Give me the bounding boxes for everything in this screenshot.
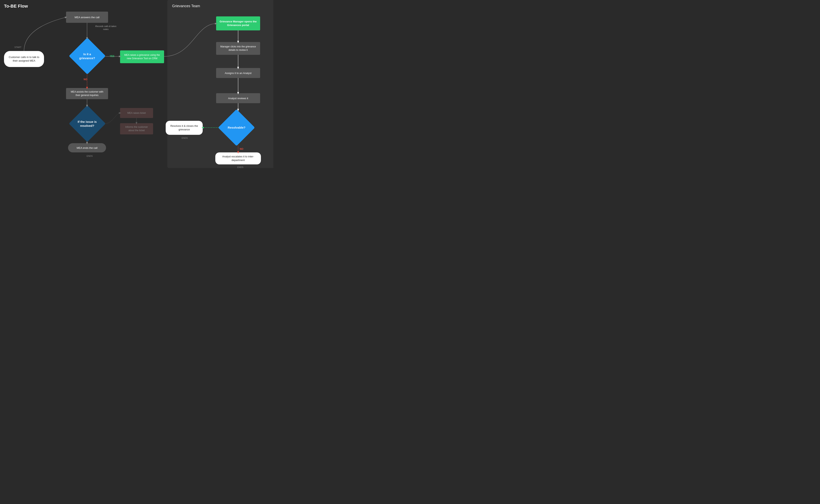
yes-label-grievance: YES [110, 55, 114, 58]
mea-assists-box: MEA assists the customer with their gene… [66, 88, 108, 99]
if-resolved-label: If the issue is resolved? [74, 118, 100, 129]
analyst-reviews-box: Analyst reviews it [216, 93, 260, 103]
customer-call-box: Customer calls in to talk to their assig… [4, 51, 44, 67]
if-resolved-diamond: If the issue is resolved? [69, 105, 106, 142]
is-grievance-diamond-wrap: Is it a grievance? [69, 38, 105, 74]
resolves-closes-box: Resolves it & closes the grievance [166, 121, 203, 135]
ends-label-3: ENDS [231, 166, 249, 168]
mea-answers-box: MEA answers the call [66, 12, 108, 23]
resolvable-label: Resolvable? [226, 124, 247, 131]
is-grievance-label: Is it a grievance? [74, 51, 100, 62]
records-notes-label: Records calls & takes notes [95, 25, 117, 31]
mea-raises-grievance-box: MEA raises a grievance using the new Gri… [120, 50, 164, 63]
is-grievance-diamond: Is it a grievance? [69, 38, 106, 74]
mea-raises-ticket-box: MEA raises ticket [120, 108, 153, 118]
mea-ends-call-box: MEA ends the call [68, 143, 106, 152]
ends-label-1: ENDS [82, 155, 98, 157]
analyst-escalates-box: Analyst escalates it to inter-department [215, 152, 261, 164]
no-label-grievance: NO [84, 78, 87, 81]
page-title: To-BE Flow [4, 4, 28, 9]
no-label-resolvable: NO [240, 148, 243, 150]
assigns-analyst-box: Assigns it to an Analyst [216, 68, 260, 78]
ends-label-2: ENDS [176, 137, 194, 139]
resolvable-diamond: Resolvable? [218, 109, 255, 146]
grievances-panel-title: Grievances Team [167, 0, 273, 11]
manager-clicks-box: Manager clicks into the grievance detail… [216, 42, 260, 55]
grievance-manager-opens-box: Grievance Manager opens the Grievances p… [216, 16, 260, 30]
start-label: START [14, 46, 21, 48]
informs-customer-box: Informs the customer about the ticket [120, 123, 153, 134]
resolvable-diamond-wrap: Resolvable? [218, 110, 254, 146]
if-resolved-diamond-wrap: If the issue is resolved? [69, 106, 105, 142]
